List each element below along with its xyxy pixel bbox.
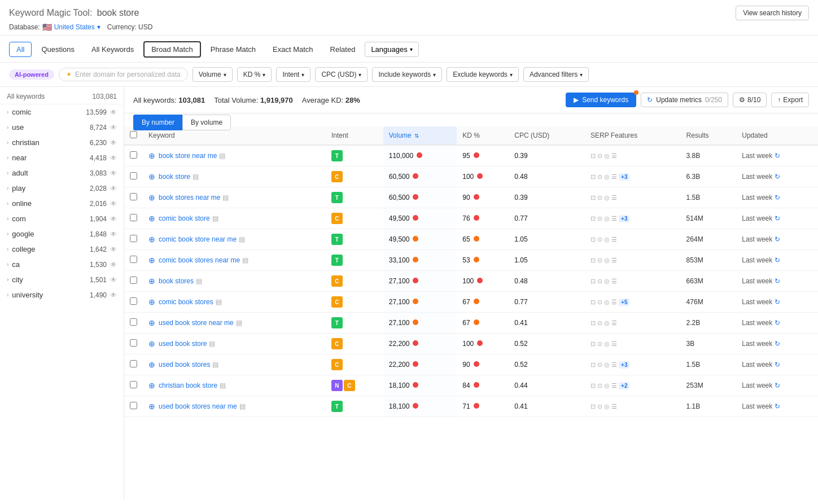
save-to-list-icon[interactable]: ▤ [219, 152, 225, 160]
sidebar-item[interactable]: › ca 1,530 👁 [0, 257, 124, 272]
tab-broad-match[interactable]: Broad Match [143, 41, 201, 58]
eye-icon[interactable]: 👁 [110, 169, 117, 177]
refresh-icon[interactable]: ↻ [775, 214, 780, 222]
domain-input[interactable]: ✦ Enter domain for personalized data [59, 68, 188, 81]
sidebar-item[interactable]: › online 2,016 👁 [0, 196, 124, 211]
sidebar-item[interactable]: › com 1,904 👁 [0, 211, 124, 226]
tab-related[interactable]: Related [323, 42, 363, 57]
sort-by-volume-tab[interactable]: By volume [182, 115, 231, 130]
row-checkbox[interactable] [130, 172, 137, 179]
add-icon[interactable]: ⊕ [148, 297, 155, 306]
sidebar-item[interactable]: › college 1,642 👁 [0, 242, 124, 257]
row-checkbox[interactable] [130, 297, 137, 305]
row-checkbox-cell[interactable] [124, 187, 143, 208]
add-icon[interactable]: ⊕ [148, 214, 155, 223]
add-icon[interactable]: ⊕ [148, 318, 155, 327]
row-checkbox[interactable] [130, 381, 137, 388]
refresh-icon[interactable]: ↻ [775, 235, 780, 243]
refresh-icon[interactable]: ↻ [775, 152, 780, 160]
row-checkbox[interactable] [130, 151, 137, 159]
row-checkbox-cell[interactable] [124, 354, 143, 375]
eye-icon[interactable]: 👁 [110, 108, 117, 116]
update-metrics-button[interactable]: ↻ Update metrics 0/250 [641, 93, 728, 107]
refresh-icon[interactable]: ↻ [775, 277, 780, 285]
exclude-keywords-btn[interactable]: Exclude keywords ▾ [447, 67, 519, 82]
row-checkbox-cell[interactable] [124, 229, 143, 250]
tab-all[interactable]: All [9, 42, 32, 57]
refresh-icon[interactable]: ↻ [775, 340, 780, 348]
eye-icon[interactable]: 👁 [110, 154, 117, 162]
save-to-list-icon[interactable]: ▤ [220, 382, 226, 389]
row-checkbox-cell[interactable] [124, 313, 143, 334]
eye-icon[interactable]: 👁 [110, 139, 117, 147]
eye-icon[interactable]: 👁 [110, 246, 117, 253]
sidebar-item[interactable]: › google 1,848 👁 [0, 226, 124, 242]
save-to-list-icon[interactable]: ▤ [236, 319, 242, 327]
select-all-checkbox[interactable] [130, 131, 137, 138]
eye-icon[interactable]: 👁 [110, 291, 117, 299]
add-icon[interactable]: ⊕ [148, 172, 155, 181]
row-checkbox-cell[interactable] [124, 250, 143, 271]
add-icon[interactable]: ⊕ [148, 339, 155, 348]
row-checkbox-cell[interactable] [124, 396, 143, 417]
settings-button[interactable]: ⚙ 8/10 [733, 93, 767, 107]
row-checkbox[interactable] [130, 318, 137, 326]
row-checkbox-cell[interactable] [124, 334, 143, 354]
view-history-button[interactable]: View search history [736, 6, 809, 20]
eye-icon[interactable]: 👁 [110, 261, 117, 269]
refresh-icon[interactable]: ↻ [775, 173, 780, 181]
serp-plus-badge[interactable]: +2 [619, 382, 629, 389]
serp-plus-badge[interactable]: +3 [619, 173, 629, 181]
row-checkbox[interactable] [130, 193, 137, 200]
row-checkbox-cell[interactable] [124, 166, 143, 187]
row-checkbox[interactable] [130, 256, 137, 263]
serp-plus-badge[interactable]: +5 [619, 299, 629, 306]
sidebar-item[interactable]: › adult 3,083 👁 [0, 165, 124, 181]
eye-icon[interactable]: 👁 [110, 276, 117, 284]
row-checkbox[interactable] [130, 277, 137, 284]
sidebar-item[interactable]: › near 4,418 👁 [0, 150, 124, 165]
row-checkbox-cell[interactable] [124, 375, 143, 396]
volume-filter-btn[interactable]: Volume ▾ [193, 67, 233, 82]
row-checkbox[interactable] [130, 339, 137, 347]
kd-filter-btn[interactable]: KD % ▾ [237, 67, 272, 82]
tab-exact-match[interactable]: Exact Match [265, 42, 321, 57]
add-icon[interactable]: ⊕ [148, 151, 155, 160]
tab-phrase-match[interactable]: Phrase Match [203, 42, 263, 57]
save-to-list-icon[interactable]: ▤ [212, 214, 218, 222]
languages-button[interactable]: Languages ▾ [365, 42, 418, 57]
sidebar-item[interactable]: › use 8,724 👁 [0, 120, 124, 135]
refresh-icon[interactable]: ↻ [775, 402, 780, 410]
save-to-list-icon[interactable]: ▤ [212, 361, 218, 369]
include-keywords-btn[interactable]: Include keywords ▾ [372, 67, 442, 82]
row-checkbox[interactable] [130, 360, 137, 367]
cpc-filter-btn[interactable]: CPC (USD) ▾ [315, 67, 368, 82]
eye-icon[interactable]: 👁 [110, 124, 117, 132]
refresh-icon[interactable]: ↻ [775, 382, 780, 389]
save-to-list-icon[interactable]: ▤ [196, 277, 202, 285]
sidebar-item[interactable]: › play 2,028 👁 [0, 181, 124, 196]
sort-by-number-tab[interactable]: By number [133, 115, 182, 130]
save-to-list-icon[interactable]: ▤ [239, 402, 246, 410]
row-checkbox[interactable] [130, 402, 137, 409]
refresh-icon[interactable]: ↻ [775, 298, 780, 306]
add-icon[interactable]: ⊕ [148, 402, 155, 411]
row-checkbox[interactable] [130, 214, 137, 221]
tab-questions[interactable]: Questions [34, 42, 82, 57]
add-icon[interactable]: ⊕ [148, 360, 155, 369]
sidebar-item[interactable]: › university 1,490 👁 [0, 287, 124, 303]
add-icon[interactable]: ⊕ [148, 193, 155, 202]
row-checkbox-cell[interactable] [124, 208, 143, 229]
eye-icon[interactable]: 👁 [110, 185, 117, 192]
save-to-list-icon[interactable]: ▤ [209, 340, 215, 348]
save-to-list-icon[interactable]: ▤ [239, 235, 245, 243]
refresh-icon[interactable]: ↻ [775, 256, 780, 264]
eye-icon[interactable]: 👁 [110, 230, 117, 238]
refresh-icon[interactable]: ↻ [775, 361, 780, 369]
advanced-filters-btn[interactable]: Advanced filters ▾ [523, 67, 589, 82]
send-keywords-button[interactable]: ▶ Send keywords [566, 93, 636, 107]
add-icon[interactable]: ⊕ [148, 256, 155, 265]
refresh-icon[interactable]: ↻ [775, 194, 780, 201]
row-checkbox-cell[interactable] [124, 271, 143, 292]
eye-icon[interactable]: 👁 [110, 215, 117, 223]
